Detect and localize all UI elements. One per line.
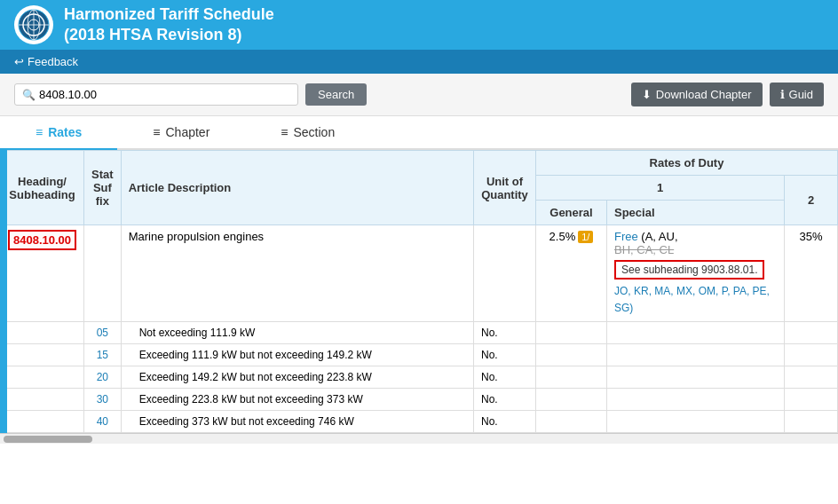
th-article: Article Description <box>121 151 473 225</box>
cell-heading: 8408.10.00 <box>1 225 84 322</box>
app-title: Harmonized Tariff Schedule <box>64 4 274 25</box>
cell-general <box>536 322 607 344</box>
guide-button[interactable]: ℹ Guid <box>770 83 824 106</box>
table-row: 05 Not exceeding 111.9 kW No. <box>1 322 838 344</box>
th-stat: Stat Suf fix <box>84 151 122 225</box>
th-col2: 2 <box>785 176 838 225</box>
feedback-label: Feedback <box>28 55 78 68</box>
cell-general: 2.5% 1/ <box>536 225 607 322</box>
cell-unit: No. <box>474 389 536 411</box>
cell-unit <box>474 225 536 322</box>
table-row: 30 Exceeding 223.8 kW but not exceeding … <box>1 389 838 411</box>
table-row: 20 Exceeding 149.2 kW but not exceeding … <box>1 366 838 389</box>
app-header: Harmonized Tariff Schedule (2018 HTSA Re… <box>0 0 838 50</box>
table-row: 8408.10.00 Marine propulsion engines 2.5… <box>1 225 838 322</box>
left-indicator <box>0 150 7 433</box>
cell-unit: No. <box>474 366 536 389</box>
cell-heading <box>1 389 84 411</box>
feedback-link[interactable]: ↩ Feedback <box>14 55 78 68</box>
cell-heading <box>1 322 84 344</box>
cell-stat: 05 <box>84 322 122 344</box>
tab-section-label: Section <box>293 125 335 139</box>
cell-special <box>607 366 785 389</box>
search-right: ⬇ Download Chapter ℹ Guid <box>631 83 824 106</box>
see-subheading-note: See subheading 9903.88.01. <box>614 260 764 280</box>
country-links: JO, KR, MA, MX, OM, P, PA, PE, SG) <box>614 285 770 314</box>
tabs-bar: ≡ Rates ≡ Chapter ≡ Section <box>0 116 838 150</box>
suffix-link[interactable]: 30 <box>97 393 108 406</box>
cell-unit: No. <box>474 344 536 366</box>
suffix-link[interactable]: 05 <box>97 327 108 339</box>
cell-unit: No. <box>474 322 536 344</box>
tab-rates-label: Rates <box>48 125 82 139</box>
cell-col2 <box>785 366 838 389</box>
cell-article: Exceeding 373 kW but not exceeding 746 k… <box>121 411 473 433</box>
suffix-link[interactable]: 40 <box>97 415 108 428</box>
th-general: General <box>536 201 607 225</box>
download-icon: ⬇ <box>642 88 652 101</box>
cell-article: Exceeding 223.8 kW but not exceeding 373… <box>121 389 473 411</box>
search-input[interactable] <box>39 88 288 101</box>
cell-special: Free (A, AU, BH, CA, CL See subheading 9… <box>607 225 785 322</box>
cell-col2 <box>785 389 838 411</box>
cell-heading <box>1 411 84 433</box>
tab-chapter[interactable]: ≡ Chapter <box>117 116 245 150</box>
cell-stat: 15 <box>84 344 122 366</box>
search-button[interactable]: Search <box>305 83 367 106</box>
cell-col2 <box>785 411 838 433</box>
cell-special <box>607 389 785 411</box>
cell-article: Exceeding 149.2 kW but not exceeding 223… <box>121 366 473 389</box>
cell-stat: 20 <box>84 366 122 389</box>
download-chapter-button[interactable]: ⬇ Download Chapter <box>631 83 763 106</box>
tariff-table: Heading/ Subheading Stat Suf fix Article… <box>0 150 838 433</box>
cell-unit: No. <box>474 411 536 433</box>
tab-section[interactable]: ≡ Section <box>245 116 370 150</box>
feedback-arrow-icon: ↩ <box>14 55 24 68</box>
th-special: Special <box>607 201 785 225</box>
rate-badge[interactable]: 1/ <box>578 231 593 243</box>
cell-article: Exceeding 111.9 kW but not exceeding 149… <box>121 344 473 366</box>
info-icon: ℹ <box>780 88 785 101</box>
th-col1: 1 <box>536 176 785 201</box>
chapter-filter-icon: ≡ <box>153 125 160 139</box>
countries1: (A, AU, <box>641 230 677 243</box>
th-unit: Unit of Quantity <box>474 151 536 225</box>
cell-special <box>607 344 785 366</box>
feedback-bar: ↩ Feedback <box>0 50 838 74</box>
table-row: 15 Exceeding 111.9 kW but not exceeding … <box>1 344 838 366</box>
cell-general <box>536 411 607 433</box>
search-left: 🔍 Search <box>14 83 367 106</box>
search-input-wrapper: 🔍 <box>14 83 298 106</box>
app-subtitle: (2018 HTSA Revision 8) <box>64 25 274 45</box>
cell-heading <box>1 344 84 366</box>
search-icon: 🔍 <box>22 89 36 101</box>
guide-label: Guid <box>789 88 813 101</box>
free-link[interactable]: Free <box>614 230 638 243</box>
tab-rates[interactable]: ≡ Rates <box>0 116 117 150</box>
cell-col2 <box>785 344 838 366</box>
heading-code[interactable]: 8408.10.00 <box>8 230 76 250</box>
cell-article: Marine propulsion engines <box>121 225 473 322</box>
app-logo <box>14 5 53 44</box>
scroll-bar[interactable] <box>0 433 838 444</box>
search-bar: 🔍 Search ⬇ Download Chapter ℹ Guid <box>0 74 838 116</box>
cell-special <box>607 322 785 344</box>
cell-special <box>607 411 785 433</box>
th-heading: Heading/ Subheading <box>1 151 84 225</box>
download-label: Download Chapter <box>656 88 752 101</box>
cell-stat <box>84 225 122 322</box>
cell-stat: 40 <box>84 411 122 433</box>
cell-col2 <box>785 322 838 344</box>
cell-heading <box>1 366 84 389</box>
strikethrough-countries: BH, CA, CL <box>614 243 674 256</box>
cell-article: Not exceeding 111.9 kW <box>121 322 473 344</box>
cell-col2: 35% <box>785 225 838 322</box>
table-row: 40 Exceeding 373 kW but not exceeding 74… <box>1 411 838 433</box>
th-rates-of-duty: Rates of Duty <box>536 151 838 176</box>
scroll-thumb[interactable] <box>4 436 92 443</box>
suffix-link[interactable]: 15 <box>97 349 108 361</box>
header-text: Harmonized Tariff Schedule (2018 HTSA Re… <box>64 4 274 46</box>
rates-filter-icon: ≡ <box>36 125 43 139</box>
tab-chapter-label: Chapter <box>165 125 210 139</box>
suffix-link[interactable]: 20 <box>97 371 108 383</box>
